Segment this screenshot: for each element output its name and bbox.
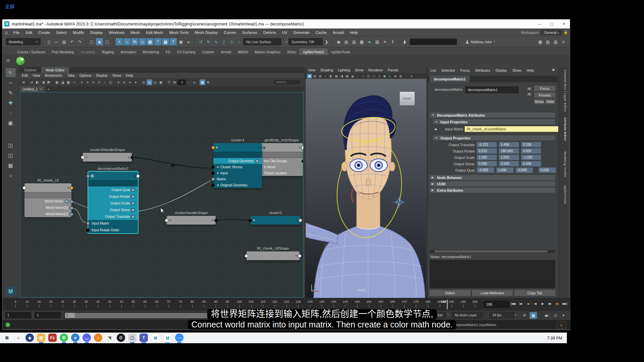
toolbar-icon[interactable]: ▦ — [537, 38, 544, 45]
menu-item-bookmarks[interactable]: Bookmarks — [43, 73, 65, 77]
attr-value-field[interactable]: -0.223 — [477, 142, 497, 147]
taskbar-clock[interactable]: 7:39 PM — [547, 336, 562, 341]
shelf-tab-animation[interactable]: Animation — [117, 49, 140, 55]
node-decomposeMatrix1[interactable]: decomposeMatrix1⊞≡Output QuatOutput Rota… — [88, 172, 138, 233]
menu-item-create[interactable]: Create — [35, 31, 53, 35]
hide-button[interactable]: Hide — [545, 99, 556, 105]
menu-item-focus[interactable]: Focus — [458, 68, 473, 72]
node-header[interactable]: ⊞≡ — [88, 172, 138, 180]
viewport-icon[interactable]: ▥ — [318, 74, 323, 78]
viewport-icon[interactable]: ▱ — [387, 74, 392, 78]
attr-value-field[interactable]: 180.000 — [499, 148, 519, 154]
gear-icon[interactable]: ⚙ — [6, 58, 10, 63]
menu-item-uv[interactable]: UV — [279, 31, 290, 35]
menu-item-display[interactable]: Display — [87, 31, 106, 35]
menu-item-show[interactable]: Show — [510, 68, 524, 72]
toolbar-icon[interactable]: ◎ — [141, 79, 147, 85]
toolbar-icon[interactable]: ↶ — [68, 38, 75, 45]
node-port[interactable] — [299, 219, 302, 222]
menu-item-display[interactable]: Display — [94, 73, 110, 77]
shelf-tab-arnold[interactable]: Arnold — [218, 49, 234, 55]
quick-entry-field[interactable] — [410, 39, 457, 45]
menu-item-generate[interactable]: Generate — [290, 31, 313, 35]
toolbar-icon[interactable]: * — [154, 38, 161, 45]
toolbar-icon[interactable]: ≡ — [85, 79, 91, 85]
node-header[interactable]: →≡ — [24, 183, 71, 192]
node-attr-row[interactable]: World Matrix[0] — [24, 204, 71, 211]
tool-icon[interactable]: ◌ — [6, 108, 16, 117]
attr-value-field[interactable]: -0.000 — [477, 167, 494, 173]
shelf-tab-poly-modeling[interactable]: Poly Modeling — [48, 49, 77, 55]
section-input-properties[interactable]: ▼Input Properties — [433, 119, 555, 124]
menu-item-cache[interactable]: Cache — [313, 31, 330, 35]
node-header[interactable]: ∼≡ — [247, 251, 300, 260]
tab-decomposematrix1[interactable]: decomposeMatrix1 — [430, 76, 470, 82]
account-menu[interactable]: Mathieu Isler▾ — [465, 40, 495, 44]
menu-item-list[interactable]: List — [428, 68, 438, 72]
toolbar-icon[interactable]: ▯ — [45, 38, 52, 45]
taskbar-icon-blender[interactable]: ◖ — [94, 334, 102, 342]
node-port[interactable] — [249, 219, 252, 222]
node-port[interactable] — [70, 213, 73, 216]
menu-item-tabs[interactable]: Tabs — [65, 73, 77, 77]
viewport-icon[interactable]: ▫ — [355, 74, 360, 78]
node-attr-row[interactable]: ⊞Original Geometry — [213, 182, 262, 188]
playback-button[interactable]: ▶| — [546, 300, 553, 307]
node-attr-row[interactable]: Input Matrix — [88, 220, 138, 227]
taskbar-icon-edge[interactable]: e — [71, 334, 79, 342]
node-port[interactable] — [136, 174, 140, 178]
attr-slot-icon[interactable] — [131, 215, 135, 218]
menu-item-modify[interactable]: Modify — [70, 31, 87, 35]
side-tab-modeling-toolkit[interactable]: Modeling Toolkit — [560, 152, 567, 177]
node-header[interactable]: ⌖≡ — [83, 153, 132, 162]
node-port[interactable] — [165, 219, 168, 222]
toolbar-icon[interactable]: ▾ — [116, 79, 121, 85]
toolbar-icon[interactable]: ▩ — [162, 38, 169, 45]
attr-value-field[interactable]: 0.000 — [538, 167, 556, 173]
attr-value-field[interactable]: 5.456 — [499, 142, 519, 147]
toolbar-icon[interactable]: ? — [170, 38, 177, 45]
playback-button[interactable]: |◀◀ — [509, 300, 517, 307]
side-tab-ngskintools[interactable]: ngSkinTools — [560, 185, 567, 204]
node-attr-row[interactable]: Output Translate — [88, 213, 138, 220]
add-tab-button[interactable]: + — [45, 87, 52, 91]
menu-item-mesh[interactable]: Mesh — [127, 31, 143, 35]
toolbar-icon[interactable]: ▧ — [374, 38, 381, 45]
playback-button[interactable]: |◀ — [524, 300, 531, 307]
viewport-icon[interactable]: ▯ — [377, 74, 382, 78]
node-port[interactable] — [86, 229, 90, 232]
menu-set-dropdown[interactable]: Modeling▾ — [6, 38, 41, 45]
toolbar-icon[interactable]: ≡ — [79, 79, 85, 85]
node-attr-row[interactable]: Tweak Location — [260, 170, 303, 176]
attr-value-field[interactable]: -1.000 — [521, 155, 541, 160]
menu-item-shading[interactable]: Shading — [318, 68, 336, 72]
viewport-icon[interactable]: ▰ — [393, 74, 398, 78]
menu-item-attributes[interactable]: Attributes — [473, 68, 493, 72]
menu-item-help[interactable]: Help — [123, 73, 136, 77]
node-cluster2[interactable]: cluster2⌖≡ — [251, 216, 300, 225]
node-attr-row[interactable]: In Mesh — [260, 164, 303, 170]
section-node-behavior[interactable]: ▶Node Behavior — [430, 175, 555, 180]
timeline-ruler[interactable]: 5101520253035404550556065707580859095100… — [5, 299, 482, 310]
maximize-button[interactable]: ▢ — [546, 22, 558, 26]
pin-icon[interactable]: ⚑ — [552, 68, 555, 72]
node-Rt_cheek_ctl[interactable]: Rt_cheek_ctl→≡World MatrixWorld Matrix[0… — [24, 183, 71, 217]
toolbar-icon[interactable]: ▣ — [158, 79, 164, 85]
toolbar-icon[interactable]: ⇄ — [29, 79, 35, 85]
node-attr-row[interactable]: Output Rotate — [88, 193, 138, 200]
playback-button[interactable]: ▶▶| — [561, 300, 568, 307]
toolbar-icon[interactable]: ▢ — [104, 38, 111, 45]
taskbar-icon-medibang[interactable]: M — [151, 334, 160, 343]
taskbar-icon-teams[interactable]: T — [140, 334, 148, 342]
toolbar-icon[interactable]: ◈ — [96, 38, 103, 45]
node-cluster3[interactable]: cluster3⌖≡Output Geometry⊞Cluster Xforms… — [213, 143, 262, 188]
node-attr-row[interactable]: World Matrix[1] — [24, 211, 71, 217]
node-attr-row[interactable]: ⊞Input — [213, 170, 262, 176]
toolbar-icon[interactable]: ‹ — [123, 38, 130, 45]
node-header[interactable]: ⌖≡ — [167, 216, 216, 225]
node-menu-icon[interactable]: ≡ — [296, 218, 298, 222]
node-name-strip[interactable] — [213, 152, 262, 158]
toolbar-icon[interactable]: ◎ — [152, 79, 158, 85]
toolbar-icon[interactable]: ↻ — [205, 38, 212, 45]
taskbar-icon-shield[interactable]: ◆ — [25, 334, 34, 342]
